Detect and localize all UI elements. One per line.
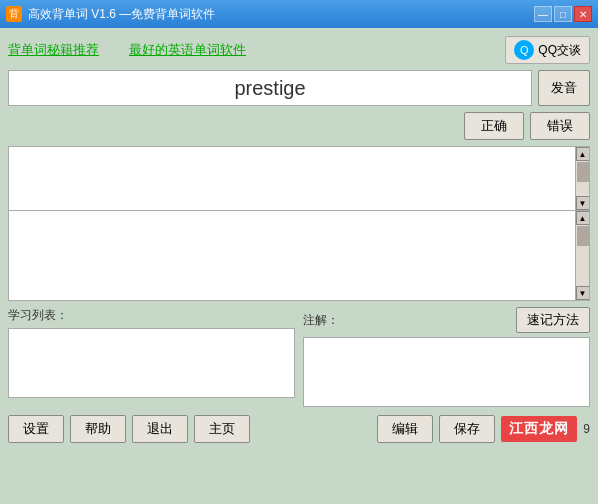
footer-right: 编辑 保存 江西龙网 9 xyxy=(377,415,590,443)
window-controls: — □ ✕ xyxy=(534,6,592,22)
close-button[interactable]: ✕ xyxy=(574,6,592,22)
answer-row: 正确 错误 xyxy=(8,112,590,140)
settings-button[interactable]: 设置 xyxy=(8,415,64,443)
home-button[interactable]: 主页 xyxy=(194,415,250,443)
main-content: 背单词秘籍推荐 最好的英语单词软件 Q QQ交谈 发音 正确 错误 ▲ ▼ xyxy=(0,28,598,504)
example-box: ▲ ▼ xyxy=(8,211,590,301)
text-area-section: ▲ ▼ ▲ ▼ xyxy=(8,146,590,301)
scroll-down-2[interactable]: ▼ xyxy=(576,286,590,300)
note-label: 注解： xyxy=(303,312,339,329)
qq-icon: Q xyxy=(514,40,534,60)
watermark-label: 江西龙网 xyxy=(501,416,577,442)
scroll-up-2[interactable]: ▲ xyxy=(576,211,590,225)
help-button[interactable]: 帮助 xyxy=(70,415,126,443)
list-panel: 学习列表： xyxy=(8,307,295,398)
note-box[interactable] xyxy=(303,337,590,407)
scroll-track-1 xyxy=(576,161,589,196)
list-box[interactable] xyxy=(8,328,295,398)
wrong-button[interactable]: 错误 xyxy=(530,112,590,140)
list-label: 学习列表： xyxy=(8,307,295,324)
quit-button[interactable]: 退出 xyxy=(132,415,188,443)
link-vocab-tips[interactable]: 背单词秘籍推荐 xyxy=(8,41,99,59)
footer-row: 设置 帮助 退出 主页 编辑 保存 江西龙网 9 xyxy=(8,415,590,443)
pronounce-button[interactable]: 发音 xyxy=(538,70,590,106)
save-button[interactable]: 保存 xyxy=(439,415,495,443)
scroll-thumb-1 xyxy=(577,162,589,182)
correct-button[interactable]: 正确 xyxy=(464,112,524,140)
page-number: 9 xyxy=(583,422,590,436)
scrollbar-2[interactable]: ▲ ▼ xyxy=(575,211,589,300)
scrollbar-1[interactable]: ▲ ▼ xyxy=(575,147,589,210)
scroll-up-1[interactable]: ▲ xyxy=(576,147,590,161)
scroll-track-2 xyxy=(576,225,589,286)
qq-label: QQ交谈 xyxy=(538,42,581,59)
note-panel: 注解： 速记方法 xyxy=(303,307,590,407)
top-links: 背单词秘籍推荐 最好的英语单词软件 xyxy=(8,41,246,59)
minimize-button[interactable]: — xyxy=(534,6,552,22)
title-bar: 背 高效背单词 V1.6 —免费背单词软件 — □ ✕ xyxy=(0,0,598,28)
link-best-software[interactable]: 最好的英语单词软件 xyxy=(129,41,246,59)
definition-box: ▲ ▼ xyxy=(8,146,590,211)
note-header-row: 注解： 速记方法 xyxy=(303,307,590,333)
bottom-section: 学习列表： 注解： 速记方法 xyxy=(8,307,590,407)
scroll-thumb-2 xyxy=(577,226,589,246)
word-input[interactable] xyxy=(8,70,532,106)
qq-button[interactable]: Q QQ交谈 xyxy=(505,36,590,64)
top-bar: 背单词秘籍推荐 最好的英语单词软件 Q QQ交谈 xyxy=(8,36,590,64)
window-title: 高效背单词 V1.6 —免费背单词软件 xyxy=(28,6,215,23)
word-row: 发音 xyxy=(8,70,590,106)
app-icon: 背 xyxy=(6,6,22,22)
memo-button[interactable]: 速记方法 xyxy=(516,307,590,333)
scroll-down-1[interactable]: ▼ xyxy=(576,196,590,210)
footer-left: 设置 帮助 退出 主页 xyxy=(8,415,250,443)
maximize-button[interactable]: □ xyxy=(554,6,572,22)
edit-button[interactable]: 编辑 xyxy=(377,415,433,443)
